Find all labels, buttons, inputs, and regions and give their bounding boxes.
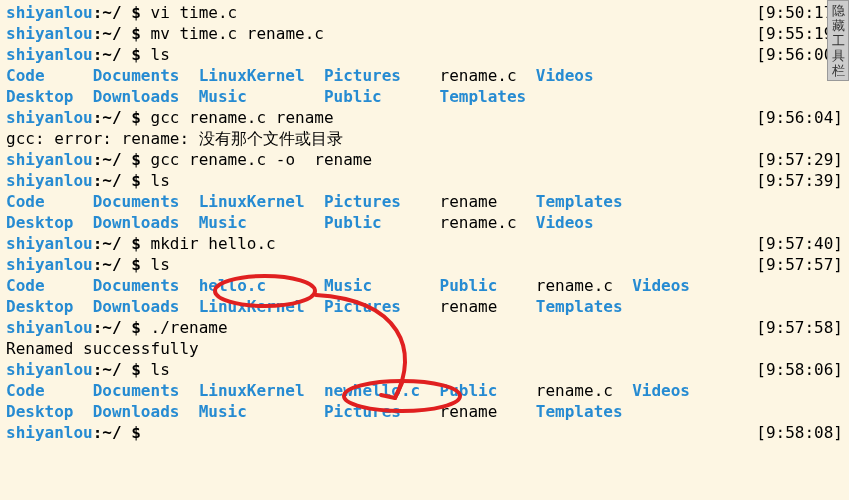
terminal-line: Code Documents hello.c Music Public rena…: [6, 275, 843, 296]
prompt-dollar: $: [122, 234, 151, 253]
ls-entry: Code: [6, 192, 93, 211]
ls-entry: Downloads: [93, 87, 199, 106]
prompt-dollar: $: [122, 255, 151, 274]
ls-entry: Pictures: [324, 66, 440, 85]
line-content: shiyanlou:~/ $ gcc rename.c -o rename: [6, 149, 753, 170]
prompt-user: shiyanlou: [6, 24, 93, 43]
ls-entry: rename: [440, 192, 536, 211]
prompt-sep: :: [93, 318, 103, 337]
ls-entry: Downloads: [93, 402, 199, 421]
command-text: mkdir hello.c: [151, 234, 276, 253]
ls-entry: Videos: [536, 213, 632, 232]
terminal-line: shiyanlou:~/ $ ./rename[9:57:58]: [6, 317, 843, 338]
line-content: shiyanlou:~/ $ ls: [6, 170, 753, 191]
line-content: Desktop Downloads Music Public rename.c …: [6, 212, 843, 233]
ls-entry: Documents: [93, 192, 199, 211]
line-content: Code Documents LinuxKernel newhello.c Pu…: [6, 380, 843, 401]
ls-entry: Public: [324, 87, 440, 106]
line-content: gcc: error: rename: 没有那个文件或目录: [6, 128, 843, 149]
prompt-user: shiyanlou: [6, 150, 93, 169]
terminal-line: shiyanlou:~/ $ vi time.c[9:50:17]: [6, 2, 843, 23]
ls-entry: LinuxKernel: [199, 381, 324, 400]
prompt-path: ~/: [102, 108, 121, 127]
command-text: ls: [151, 171, 170, 190]
prompt-user: shiyanlou: [6, 234, 93, 253]
hide-toolbar-char-1: 隐: [828, 3, 848, 18]
ls-entry: rename.c: [440, 66, 536, 85]
prompt-path: ~/: [102, 171, 121, 190]
terminal-line: shiyanlou:~/ $ mkdir hello.c[9:57:40]: [6, 233, 843, 254]
prompt-path: ~/: [102, 423, 121, 442]
terminal-line: gcc: error: rename: 没有那个文件或目录: [6, 128, 843, 149]
ls-entry: LinuxKernel: [199, 297, 324, 316]
ls-entry: newhello.c: [324, 381, 440, 400]
ls-entry: Public: [440, 381, 536, 400]
prompt-sep: :: [93, 234, 103, 253]
line-content: Desktop Downloads Music Public Templates: [6, 86, 843, 107]
prompt-dollar: $: [122, 423, 151, 442]
ls-entry: Code: [6, 381, 93, 400]
terminal-line: Desktop Downloads Music Public rename.c …: [6, 212, 843, 233]
terminal[interactable]: shiyanlou:~/ $ vi time.c[9:50:17]shiyanl…: [0, 0, 849, 445]
terminal-line: shiyanlou:~/ $ ls[9:56:00]: [6, 44, 843, 65]
line-content: shiyanlou:~/ $ mkdir hello.c: [6, 233, 753, 254]
prompt-sep: :: [93, 171, 103, 190]
line-content: Desktop Downloads LinuxKernel Pictures r…: [6, 296, 843, 317]
terminal-line: Code Documents LinuxKernel Pictures rena…: [6, 65, 843, 86]
output-text: gcc: error: rename: 没有那个文件或目录: [6, 129, 343, 148]
ls-entry: Code: [6, 66, 93, 85]
line-content: Code Documents LinuxKernel Pictures rena…: [6, 65, 843, 86]
command-text: ./rename: [151, 318, 228, 337]
line-content: shiyanlou:~/ $ ls: [6, 44, 753, 65]
ls-entry: rename.c: [440, 213, 536, 232]
prompt-path: ~/: [102, 24, 121, 43]
prompt-user: shiyanlou: [6, 3, 93, 22]
ls-entry: Templates: [440, 87, 536, 106]
prompt-sep: :: [93, 255, 103, 274]
prompt-sep: :: [93, 360, 103, 379]
hide-toolbar-button[interactable]: 隐 藏 工 具 栏: [827, 0, 849, 81]
ls-entry: Videos: [536, 66, 632, 85]
ls-entry: Music: [199, 87, 324, 106]
timestamp: [9:57:57]: [753, 254, 843, 275]
terminal-line: Code Documents LinuxKernel newhello.c Pu…: [6, 380, 843, 401]
terminal-line: shiyanlou:~/ $ gcc rename.c rename[9:56:…: [6, 107, 843, 128]
terminal-line: shiyanlou:~/ $ ls[9:57:39]: [6, 170, 843, 191]
ls-entry: Desktop: [6, 213, 93, 232]
ls-entry: Videos: [632, 276, 699, 295]
timestamp: [9:57:40]: [753, 233, 843, 254]
ls-entry: Documents: [93, 66, 199, 85]
prompt-sep: :: [93, 150, 103, 169]
ls-entry: Videos: [632, 381, 699, 400]
line-content: shiyanlou:~/ $ gcc rename.c rename: [6, 107, 753, 128]
timestamp: [9:58:08]: [753, 422, 843, 443]
terminal-line: shiyanlou:~/ $ ls[9:57:57]: [6, 254, 843, 275]
ls-entry: Public: [324, 213, 440, 232]
line-content: shiyanlou:~/ $ vi time.c: [6, 2, 753, 23]
ls-entry: Downloads: [93, 213, 199, 232]
hide-toolbar-char-4: 具: [828, 48, 848, 63]
command-text: ls: [151, 255, 170, 274]
prompt-path: ~/: [102, 234, 121, 253]
command-text: gcc rename.c -o rename: [151, 150, 373, 169]
prompt-sep: :: [93, 24, 103, 43]
ls-entry: rename.c: [536, 276, 632, 295]
ls-entry: Templates: [536, 402, 632, 421]
ls-entry: Public: [440, 276, 536, 295]
prompt-dollar: $: [122, 24, 151, 43]
timestamp: [9:57:39]: [753, 170, 843, 191]
prompt-dollar: $: [122, 360, 151, 379]
ls-entry: hello.c: [199, 276, 324, 295]
ls-entry: LinuxKernel: [199, 66, 324, 85]
prompt-path: ~/: [102, 45, 121, 64]
line-content: shiyanlou:~/ $ mv time.c rename.c: [6, 23, 753, 44]
prompt-path: ~/: [102, 150, 121, 169]
hide-toolbar-char-5: 栏: [828, 63, 848, 78]
prompt-dollar: $: [122, 150, 151, 169]
ls-entry: Downloads: [93, 297, 199, 316]
terminal-line: shiyanlou:~/ $ mv time.c rename.c[9:55:1…: [6, 23, 843, 44]
command-text: ls: [151, 360, 170, 379]
prompt-dollar: $: [122, 45, 151, 64]
line-content: shiyanlou:~/ $: [6, 422, 753, 443]
ls-entry: Music: [199, 213, 324, 232]
